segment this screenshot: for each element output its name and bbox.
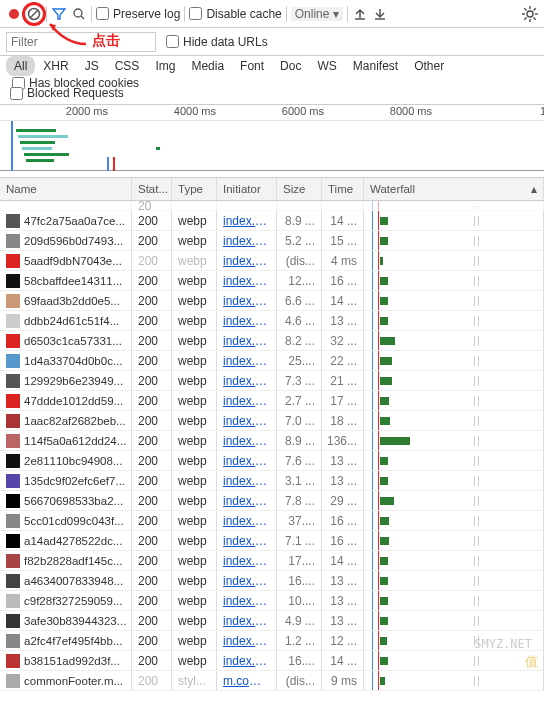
initiator-link[interactable]: index.63... (223, 254, 270, 268)
initiator-link[interactable]: index.63... (223, 454, 270, 468)
table-row[interactable]: commonFooter.m...200styl...m.comm...(dis… (0, 671, 544, 691)
record-icon[interactable] (6, 6, 22, 22)
column-header-time[interactable]: Time (322, 178, 364, 200)
clear-icon[interactable] (26, 6, 42, 22)
filter-type-ws[interactable]: WS (309, 56, 344, 76)
table-row[interactable]: b38151ad992d3f...200webpindex.63...16...… (0, 651, 544, 671)
cell-type: webp (172, 411, 217, 430)
table-row[interactable]: f82b2828adf145c...200webpindex.63...17..… (0, 551, 544, 571)
cell-initiator: index.63... (217, 611, 277, 630)
initiator-link[interactable]: m.comm... (223, 674, 270, 688)
table-row[interactable]: 129929b6e23949...200webpindex.63...7.3 .… (0, 371, 544, 391)
filter-type-js[interactable]: JS (77, 56, 107, 76)
initiator-link[interactable]: index.63... (223, 294, 270, 308)
initiator-link[interactable]: index.63... (223, 334, 270, 348)
column-header-name[interactable]: Name (0, 178, 132, 200)
filter-type-manifest[interactable]: Manifest (345, 56, 406, 76)
file-icon (6, 614, 20, 628)
upload-icon[interactable] (352, 6, 368, 22)
cell-initiator: index.63... (217, 351, 277, 370)
table-row[interactable]: 3afe30b83944323...200webpindex.63...4.9 … (0, 611, 544, 631)
preserve-log-checkbox[interactable]: Preserve log (96, 7, 180, 21)
disable-cache-checkbox[interactable]: Disable cache (189, 7, 281, 21)
initiator-link[interactable]: index.63... (223, 374, 270, 388)
cell-status: 200 (132, 311, 172, 330)
throttling-select[interactable]: Online▾ (291, 7, 344, 21)
initiator-link[interactable]: index.63... (223, 614, 270, 628)
download-icon[interactable] (372, 6, 388, 22)
cell-type: webp (172, 291, 217, 310)
cell-size: 16.... (277, 651, 322, 670)
filter-type-all[interactable]: All (6, 56, 35, 76)
table-row[interactable]: 209d596b0d7493...200webpindex.63...5.2 .… (0, 231, 544, 251)
initiator-link[interactable]: index.63... (223, 574, 270, 588)
search-icon[interactable] (71, 6, 87, 22)
table-row[interactable]: a4634007833948...200webpindex.63...16...… (0, 571, 544, 591)
table-row[interactable]: 56670698533ba2...200webpindex.63...7.8 .… (0, 491, 544, 511)
initiator-link[interactable]: index.63... (223, 494, 270, 508)
initiator-link[interactable]: index.63... (223, 534, 270, 548)
column-header-initiator[interactable]: Initiator (217, 178, 277, 200)
initiator-link[interactable]: index.63... (223, 354, 270, 368)
table-row[interactable]: a2fc4f7ef495f4bb...200webpindex.63...1.2… (0, 631, 544, 651)
initiator-link[interactable]: index.63... (223, 274, 270, 288)
initiator-link[interactable]: index.63... (223, 474, 270, 488)
initiator-link[interactable]: index.63... (223, 394, 270, 408)
gear-icon[interactable] (522, 6, 538, 22)
table-row[interactable]: 47ddde1012dd59...200webpindex.63...2.7 .… (0, 391, 544, 411)
table-row[interactable]: c9f28f327259059...200webpindex.63...10..… (0, 591, 544, 611)
table-row[interactable]: 1aac82af2682beb...200webpindex.63...7.0 … (0, 411, 544, 431)
initiator-link[interactable]: index.63... (223, 434, 270, 448)
initiator-link[interactable]: index.63... (223, 414, 270, 428)
cell-status: 200 (132, 671, 172, 690)
table-row[interactable]: 2e81110bc94908...200webpindex.63...7.6 .… (0, 451, 544, 471)
initiator-link[interactable]: index.63... (223, 314, 270, 328)
column-header-type[interactable]: Type (172, 178, 217, 200)
initiator-link[interactable]: index.63... (223, 214, 270, 228)
table-row[interactable]: d6503c1ca57331...200webpindex.63...8.2 .… (0, 331, 544, 351)
cell-name: 1aac82af2682beb... (0, 411, 132, 430)
filter-type-doc[interactable]: Doc (272, 56, 309, 76)
hide-data-urls-checkbox[interactable]: Hide data URLs (166, 35, 268, 49)
initiator-link[interactable]: index.63... (223, 514, 270, 528)
filter-type-other[interactable]: Other (406, 56, 452, 76)
cell-time: 13 ... (322, 611, 364, 630)
cell-time: 16 ... (322, 271, 364, 290)
timeline-overview[interactable] (0, 121, 544, 171)
cell-status: 200 (132, 631, 172, 650)
table-row[interactable]: ddbb24d61c51f4...200webpindex.63...4.6 .… (0, 311, 544, 331)
initiator-link[interactable]: index.63... (223, 634, 270, 648)
blocked-requests-checkbox[interactable]: Blocked Requests (10, 86, 124, 100)
table-row[interactable]: 47fc2a75aa0a7ce...200webpindex.63...8.9 … (0, 211, 544, 231)
table-row[interactable]: 5aadf9dbN7043e...200webpindex.63...(dis.… (0, 251, 544, 271)
table-row[interactable]: 20 (0, 201, 544, 211)
cell-size: 6.6 ... (277, 291, 322, 310)
filter-icon[interactable] (51, 6, 67, 22)
cell-size: 3.1 ... (277, 471, 322, 490)
cell-time: 13 ... (322, 471, 364, 490)
column-header-waterfall[interactable]: Waterfall▴ (364, 178, 544, 200)
filter-type-media[interactable]: Media (183, 56, 232, 76)
filter-type-css[interactable]: CSS (107, 56, 148, 76)
filter-input[interactable] (6, 32, 156, 52)
filter-type-xhr[interactable]: XHR (35, 56, 76, 76)
table-row[interactable]: 69faad3b2dd0e5...200webpindex.63...6.6 .… (0, 291, 544, 311)
initiator-link[interactable]: index.63... (223, 234, 270, 248)
table-row[interactable]: 135dc9f02efc6ef7...200webpindex.63...3.1… (0, 471, 544, 491)
column-header-status[interactable]: Stat... (132, 178, 172, 200)
cell-time: 14 ... (322, 291, 364, 310)
initiator-link[interactable]: index.63... (223, 654, 270, 668)
table-row[interactable]: 114f5a0a612dd24...200webpindex.63...8.9 … (0, 431, 544, 451)
initiator-link[interactable]: index.63... (223, 554, 270, 568)
filter-type-img[interactable]: Img (147, 56, 183, 76)
table-row[interactable]: 1d4a33704d0b0c...200webpindex.63...25...… (0, 351, 544, 371)
initiator-link[interactable]: index.63... (223, 594, 270, 608)
table-row[interactable]: 58cbaffdee14311...200webpindex.63...12..… (0, 271, 544, 291)
table-row[interactable]: a14ad4278522dc...200webpindex.63...7.1 .… (0, 531, 544, 551)
timeline-ruler[interactable]: 2000 ms 4000 ms 6000 ms 8000 ms 1 (0, 105, 544, 121)
cell-status: 200 (132, 231, 172, 250)
filter-type-font[interactable]: Font (232, 56, 272, 76)
column-header-size[interactable]: Size (277, 178, 322, 200)
cell-waterfall (364, 431, 544, 450)
table-row[interactable]: 5cc01cd099c043f...200webpindex.63...37..… (0, 511, 544, 531)
